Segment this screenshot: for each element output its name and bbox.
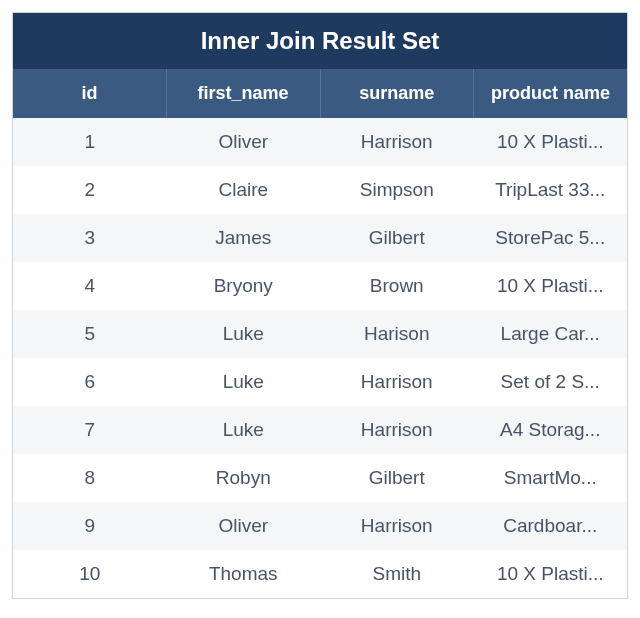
cell-first-name: Thomas bbox=[167, 550, 321, 598]
cell-product-name: Large Car... bbox=[474, 310, 628, 358]
cell-surname: Harrison bbox=[320, 118, 474, 166]
table-row: 4 Bryony Brown 10 X Plasti... bbox=[13, 262, 627, 310]
cell-id: 3 bbox=[13, 214, 167, 262]
cell-id: 1 bbox=[13, 118, 167, 166]
table-title: Inner Join Result Set bbox=[13, 13, 627, 69]
cell-first-name: James bbox=[167, 214, 321, 262]
cell-product-name: Cardboar... bbox=[474, 502, 628, 550]
cell-product-name: 10 X Plasti... bbox=[474, 118, 628, 166]
cell-first-name: Luke bbox=[167, 406, 321, 454]
cell-id: 6 bbox=[13, 358, 167, 406]
cell-id: 2 bbox=[13, 166, 167, 214]
cell-id: 7 bbox=[13, 406, 167, 454]
table-row: 8 Robyn Gilbert SmartMo... bbox=[13, 454, 627, 502]
cell-first-name: Oliver bbox=[167, 118, 321, 166]
cell-product-name: TripLast 33... bbox=[474, 166, 628, 214]
cell-first-name: Bryony bbox=[167, 262, 321, 310]
table-row: 2 Claire Simpson TripLast 33... bbox=[13, 166, 627, 214]
cell-surname: Simpson bbox=[320, 166, 474, 214]
table-row: 10 Thomas Smith 10 X Plasti... bbox=[13, 550, 627, 598]
cell-id: 5 bbox=[13, 310, 167, 358]
cell-first-name: Oliver bbox=[167, 502, 321, 550]
table-body: 1 Oliver Harrison 10 X Plasti... 2 Clair… bbox=[13, 118, 627, 598]
cell-surname: Gilbert bbox=[320, 454, 474, 502]
cell-first-name: Claire bbox=[167, 166, 321, 214]
cell-product-name: StorePac 5... bbox=[474, 214, 628, 262]
col-header-id: id bbox=[13, 69, 167, 118]
cell-surname: Gilbert bbox=[320, 214, 474, 262]
cell-surname: Harrison bbox=[320, 358, 474, 406]
cell-id: 4 bbox=[13, 262, 167, 310]
result-table: Inner Join Result Set id first_name surn… bbox=[12, 12, 628, 599]
cell-id: 10 bbox=[13, 550, 167, 598]
table-row: 5 Luke Harison Large Car... bbox=[13, 310, 627, 358]
table-row: 9 Oliver Harrison Cardboar... bbox=[13, 502, 627, 550]
cell-surname: Harrison bbox=[320, 502, 474, 550]
cell-product-name: Set of 2 S... bbox=[474, 358, 628, 406]
cell-id: 8 bbox=[13, 454, 167, 502]
cell-surname: Harrison bbox=[320, 406, 474, 454]
cell-id: 9 bbox=[13, 502, 167, 550]
cell-product-name: SmartMo... bbox=[474, 454, 628, 502]
cell-surname: Harison bbox=[320, 310, 474, 358]
cell-first-name: Luke bbox=[167, 358, 321, 406]
cell-product-name: 10 X Plasti... bbox=[474, 262, 628, 310]
table-row: 7 Luke Harrison A4 Storag... bbox=[13, 406, 627, 454]
cell-first-name: Robyn bbox=[167, 454, 321, 502]
col-header-product-name: product name bbox=[474, 69, 627, 118]
cell-surname: Smith bbox=[320, 550, 474, 598]
table-row: 3 James Gilbert StorePac 5... bbox=[13, 214, 627, 262]
cell-first-name: Luke bbox=[167, 310, 321, 358]
table-row: 1 Oliver Harrison 10 X Plasti... bbox=[13, 118, 627, 166]
cell-product-name: A4 Storag... bbox=[474, 406, 628, 454]
cell-product-name: 10 X Plasti... bbox=[474, 550, 628, 598]
cell-surname: Brown bbox=[320, 262, 474, 310]
col-header-first-name: first_name bbox=[167, 69, 321, 118]
table-header-row: id first_name surname product name bbox=[13, 69, 627, 118]
table-row: 6 Luke Harrison Set of 2 S... bbox=[13, 358, 627, 406]
col-header-surname: surname bbox=[321, 69, 475, 118]
